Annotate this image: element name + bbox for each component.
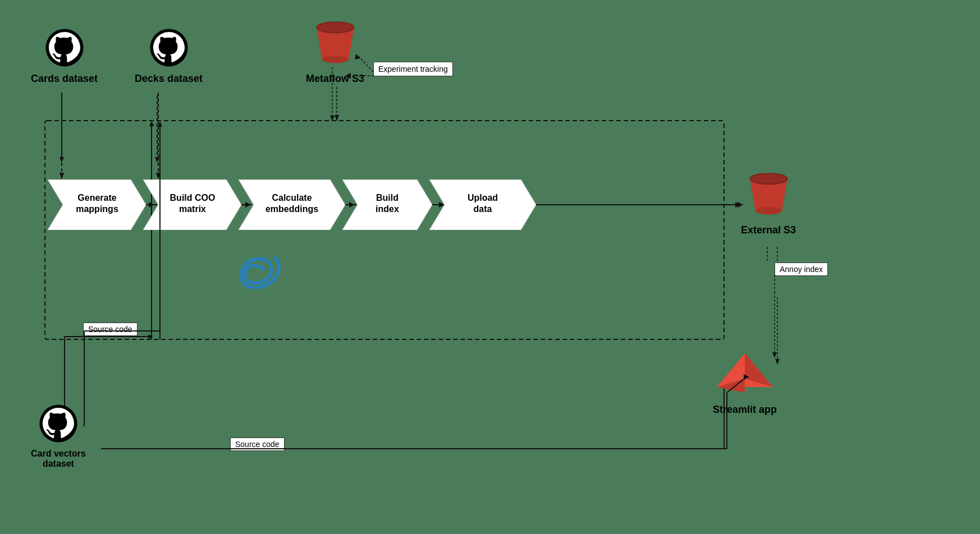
svg-text:index: index xyxy=(375,204,399,214)
github-icon-card-vectors xyxy=(39,404,78,443)
external-s3-node: External S3 xyxy=(741,165,796,236)
svg-marker-26 xyxy=(149,121,154,126)
github-icon-decks xyxy=(149,28,189,67)
svg-marker-24 xyxy=(148,334,153,339)
svg-text:data: data xyxy=(474,204,492,214)
svg-text:Build COO: Build COO xyxy=(170,193,216,202)
annoy-icon xyxy=(236,250,292,291)
svg-point-53 xyxy=(755,207,782,214)
build-coo-chevron: Build COO matrix xyxy=(143,179,241,230)
svg-marker-62 xyxy=(330,116,335,121)
svg-text:mappings: mappings xyxy=(76,204,118,214)
external-s3-bucket xyxy=(742,165,795,219)
build-index-node: Build index xyxy=(342,179,432,232)
svg-marker-67 xyxy=(156,173,161,179)
streamlit-logo xyxy=(714,348,776,398)
svg-point-35 xyxy=(322,56,349,63)
experiment-tracking-label: Experiment tracking xyxy=(373,62,453,76)
metaflow-s3-node: Metaflow S3 xyxy=(306,14,364,85)
streamlit-app-node: Streamlit app xyxy=(713,348,777,416)
main-diagram: Cards dataset Decks dataset Metaflow S3 … xyxy=(0,0,980,534)
cards-dataset-node: Cards dataset xyxy=(31,28,98,85)
svg-marker-4 xyxy=(155,157,159,163)
svg-marker-8 xyxy=(335,115,339,121)
calculate-embeddings-node: Calculate embeddings xyxy=(239,179,345,232)
metaflow-s3-bucket xyxy=(309,14,362,67)
decks-dataset-node: Decks dataset xyxy=(135,28,203,85)
generate-mappings-node: Generate mappings xyxy=(48,179,146,232)
calculate-embeddings-chevron: Calculate embeddings xyxy=(239,179,345,230)
streamlit-app-label: Streamlit app xyxy=(713,404,777,416)
svg-marker-2 xyxy=(59,157,64,163)
source-code-2-label: Source code xyxy=(230,438,285,451)
svg-text:Generate: Generate xyxy=(77,193,116,202)
card-vectors-dataset-node: Card vectorsdataset xyxy=(31,404,86,469)
metaflow-s3-label: Metaflow S3 xyxy=(306,73,364,85)
source-code-1-label: Source code xyxy=(83,323,138,336)
annoy-index-label: Annoy index xyxy=(775,263,828,276)
build-coo-matrix-node: Build COO matrix xyxy=(143,179,241,232)
svg-text:Upload: Upload xyxy=(468,193,498,202)
svg-text:embeddings: embeddings xyxy=(265,204,318,214)
cards-dataset-label: Cards dataset xyxy=(31,73,98,85)
external-s3-label: External S3 xyxy=(741,224,796,236)
card-vectors-dataset-label: Card vectorsdataset xyxy=(31,449,86,469)
generate-mappings-chevron: Generate mappings xyxy=(48,179,146,230)
annoy-logo xyxy=(236,250,292,289)
svg-text:Calculate: Calculate xyxy=(272,193,312,202)
svg-marker-82 xyxy=(158,121,162,127)
github-icon-cards xyxy=(45,28,84,67)
svg-text:matrix: matrix xyxy=(179,204,206,214)
svg-marker-18 xyxy=(735,202,741,208)
upload-data-chevron: Upload data xyxy=(429,179,536,230)
upload-data-node: Upload data xyxy=(429,179,536,232)
svg-marker-64 xyxy=(59,173,64,179)
decks-dataset-label: Decks dataset xyxy=(135,73,203,85)
svg-text:Build: Build xyxy=(376,193,399,202)
build-index-chevron: Build index xyxy=(342,179,432,230)
